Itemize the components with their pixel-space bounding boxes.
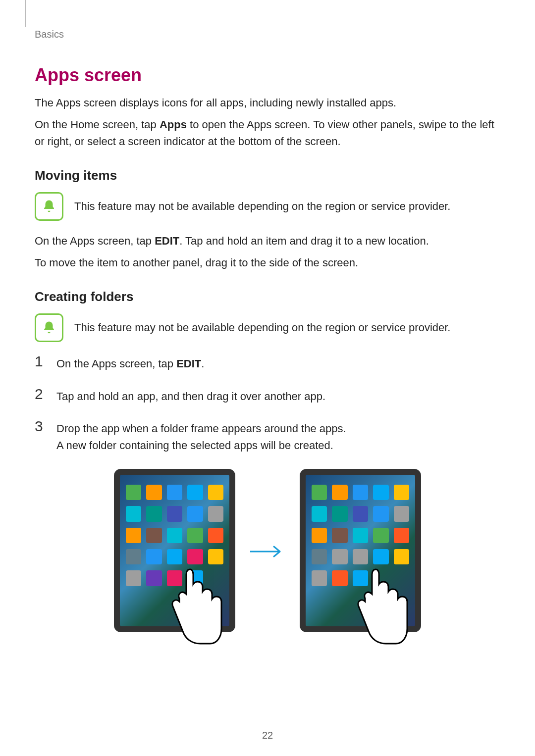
steps-list: 1 On the Apps screen, tap EDIT. 2 Tap an… <box>35 354 500 454</box>
moving-paragraph-1: On the Apps screen, tap EDIT. Tap and ho… <box>35 233 500 250</box>
arrow-right-icon <box>250 536 285 565</box>
app-icon <box>146 549 161 564</box>
app-icon <box>126 549 141 564</box>
app-icon <box>312 570 327 586</box>
app-icon <box>332 549 347 564</box>
step-3: 3 Drop the app when a folder frame appea… <box>35 419 500 454</box>
tablet-screen <box>306 475 415 626</box>
app-icon <box>146 528 161 543</box>
app-icon <box>187 528 203 543</box>
step-1: 1 On the Apps screen, tap EDIT. <box>35 354 500 372</box>
app-icon <box>187 570 203 586</box>
app-icon <box>394 528 409 543</box>
moving-items-heading: Moving items <box>35 168 500 183</box>
app-icon <box>332 485 347 500</box>
app-icon <box>373 528 388 543</box>
figure-row <box>35 469 500 632</box>
app-icon <box>312 485 327 500</box>
app-icon <box>126 506 141 521</box>
text: . Tap and hold an item and drag it to a … <box>179 235 429 247</box>
app-icon <box>332 570 347 586</box>
step-text: A new folder containing the selected app… <box>56 437 346 454</box>
tablet-after <box>300 469 421 632</box>
note-text: This feature may not be available depend… <box>74 199 450 214</box>
app-icon <box>353 506 368 521</box>
app-icon <box>146 570 161 586</box>
page-number: 22 <box>0 730 535 741</box>
step-2: 2 Tap and hold an app, and then drag it … <box>35 387 500 405</box>
text: . <box>201 357 204 370</box>
app-icon <box>126 528 141 543</box>
app-icon <box>146 485 161 500</box>
step-text: Tap and hold an app, and then drag it ov… <box>56 387 325 405</box>
app-icon <box>332 506 347 521</box>
app-icon <box>187 549 203 564</box>
app-icon <box>167 549 182 564</box>
step-number: 1 <box>35 354 48 369</box>
section-header: Basics <box>35 15 500 65</box>
app-icon <box>353 549 368 564</box>
bell-icon <box>35 192 63 221</box>
text: On the Apps screen, tap <box>56 357 176 370</box>
bold-apps: Apps <box>160 118 187 131</box>
app-icon <box>373 485 388 500</box>
app-icon <box>208 506 223 521</box>
text: On the Apps screen, tap <box>35 235 155 247</box>
app-icon <box>208 549 223 564</box>
app-icon <box>394 506 409 521</box>
app-icon <box>187 485 203 500</box>
app-icon <box>394 485 409 500</box>
note-block: This feature may not be available depend… <box>35 313 500 342</box>
app-icon <box>126 570 141 586</box>
app-icon <box>312 549 327 564</box>
app-icon <box>394 549 409 564</box>
intro-paragraph-1: The Apps screen displays icons for all a… <box>35 95 500 111</box>
app-icon <box>208 485 223 500</box>
step-number: 2 <box>35 387 48 402</box>
page-title: Apps screen <box>35 65 500 86</box>
app-icon <box>373 506 388 521</box>
app-icon <box>312 528 327 543</box>
creating-folders-heading: Creating folders <box>35 289 500 304</box>
app-icon <box>167 570 182 586</box>
app-icon <box>126 485 141 500</box>
bold-edit: EDIT <box>155 235 179 247</box>
app-icon <box>208 528 223 543</box>
intro-paragraph-2: On the Home screen, tap Apps to open the… <box>35 116 500 150</box>
step-text: Drop the app when a folder frame appears… <box>56 420 346 437</box>
app-icon <box>353 528 368 543</box>
app-icon <box>187 506 203 521</box>
app-icon <box>167 528 182 543</box>
app-icon <box>332 528 347 543</box>
moving-paragraph-2: To move the item to another panel, drag … <box>35 254 500 271</box>
tablet-screen <box>120 475 229 626</box>
note-text: This feature may not be available depend… <box>74 320 450 336</box>
app-icon <box>353 570 368 586</box>
app-icon <box>146 506 161 521</box>
bold-edit: EDIT <box>176 357 201 370</box>
app-icon <box>167 485 182 500</box>
step-number: 3 <box>35 419 48 434</box>
header-rule <box>25 0 26 27</box>
note-block: This feature may not be available depend… <box>35 192 500 221</box>
app-icon <box>353 485 368 500</box>
app-icon <box>312 506 327 521</box>
bell-icon <box>35 313 63 342</box>
app-icon <box>167 506 182 521</box>
app-icon <box>373 549 388 564</box>
tablet-before <box>114 469 235 632</box>
text: On the Home screen, tap <box>35 118 160 131</box>
